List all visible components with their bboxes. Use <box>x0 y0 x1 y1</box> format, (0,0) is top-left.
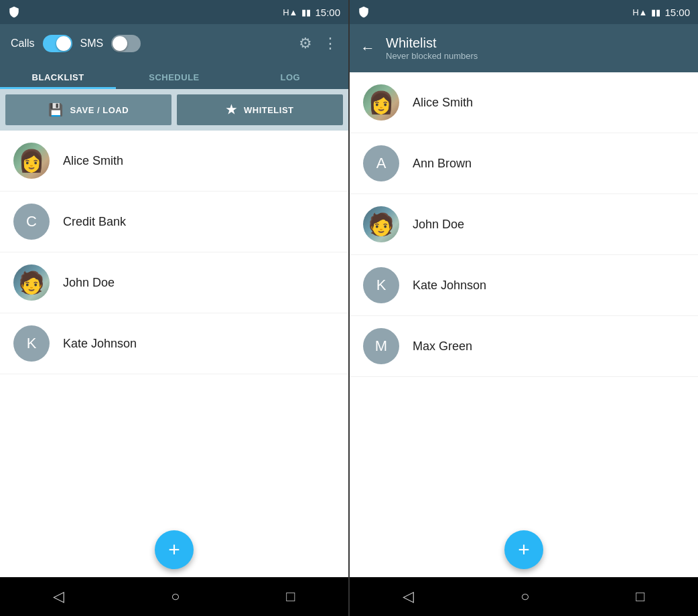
right-phone-panel: H▲ ▮▮ 15:00 ← Whitelist Never blocked nu… <box>350 0 698 616</box>
tab-blacklist-label: BLACKLIST <box>32 72 84 82</box>
avatar: A <box>363 145 399 181</box>
avatar: K <box>13 325 50 362</box>
contact-name: John Doe <box>63 276 115 290</box>
sms-toggle-knob <box>113 36 127 51</box>
add-whitelist-fab-button[interactable]: + <box>504 530 543 569</box>
whitelist-title: Whitelist <box>386 35 478 51</box>
contact-name: Kate Johnson <box>63 337 137 351</box>
signal-icon: H▲ <box>283 7 297 17</box>
add-fab-button[interactable]: + <box>155 530 194 569</box>
contact-name: Ann Brown <box>413 157 472 171</box>
star-icon: ★ <box>226 102 237 117</box>
left-status-right: H▲ ▮▮ 15:00 <box>283 7 340 18</box>
avatar: K <box>363 267 399 303</box>
list-item[interactable]: C Credit Bank <box>0 191 348 252</box>
back-nav-icon[interactable]: ◁ <box>53 588 64 605</box>
avatar: M <box>363 328 399 364</box>
list-item[interactable]: K Kate Johnson <box>0 313 348 374</box>
list-item[interactable]: John Doe <box>350 194 698 255</box>
whitelist-header: ← Whitelist Never blocked numbers <box>350 24 698 72</box>
recent-nav-icon[interactable]: □ <box>286 588 295 605</box>
header-left: Calls SMS <box>11 35 141 52</box>
whitelist-title-block: Whitelist Never blocked numbers <box>386 35 478 61</box>
list-item[interactable]: K Kate Johnson <box>350 255 698 316</box>
home-nav-icon-right[interactable]: ○ <box>520 588 529 605</box>
back-button[interactable]: ← <box>360 40 375 57</box>
more-options-icon[interactable]: ⋮ <box>323 35 338 52</box>
left-phone-panel: H▲ ▮▮ 15:00 Calls SMS ⚙ ⋮ BLACKLIST SCHE… <box>0 0 348 616</box>
right-status-right: H▲ ▮▮ 15:00 <box>632 7 690 18</box>
back-nav-icon-right[interactable]: ◁ <box>403 588 414 605</box>
status-time-right: 15:00 <box>665 7 690 18</box>
whitelist-label: WHITELIST <box>244 105 294 115</box>
app-header: Calls SMS ⚙ ⋮ <box>0 24 348 63</box>
right-nav-bar: ◁ ○ □ <box>350 577 698 616</box>
contact-name: Alice Smith <box>413 96 473 110</box>
whitelist-contact-list: Alice Smith A Ann Brown John Doe K Kate … <box>350 72 698 577</box>
avatar <box>363 84 399 121</box>
save-load-label: SAVE / LOAD <box>70 105 129 115</box>
sms-label: SMS <box>80 37 104 50</box>
recent-nav-icon-right[interactable]: □ <box>636 588 644 605</box>
tabs-bar: BLACKLIST SCHEDULE LOG <box>0 63 348 89</box>
whitelist-button[interactable]: ★ WHITELIST <box>177 94 343 125</box>
left-status-left <box>8 6 20 18</box>
contact-name: Alice Smith <box>63 154 123 168</box>
list-item[interactable]: A Ann Brown <box>350 133 698 194</box>
contact-name: Max Green <box>413 339 472 354</box>
add-icon-right: + <box>518 538 530 561</box>
left-status-bar: H▲ ▮▮ 15:00 <box>0 0 348 24</box>
shield-icon <box>8 6 20 18</box>
avatar <box>13 143 50 179</box>
list-item[interactable]: Alice Smith <box>350 72 698 133</box>
signal-icon-right: H▲ <box>632 7 647 17</box>
contact-name: John Doe <box>413 218 464 232</box>
add-icon: + <box>168 538 180 561</box>
status-time: 15:00 <box>315 7 340 18</box>
calls-label: Calls <box>11 37 35 50</box>
settings-icon[interactable]: ⚙ <box>299 35 312 52</box>
tab-schedule[interactable]: SCHEDULE <box>116 63 232 89</box>
contact-name: Kate Johnson <box>413 279 486 293</box>
left-nav-bar: ◁ ○ □ <box>0 577 348 616</box>
avatar <box>13 264 50 301</box>
save-load-button[interactable]: 💾 SAVE / LOAD <box>5 94 171 125</box>
whitelist-subtitle: Never blocked numbers <box>386 51 478 61</box>
battery-icon-right: ▮▮ <box>651 7 660 17</box>
list-item[interactable]: Alice Smith <box>0 131 348 191</box>
list-item[interactable]: John Doe <box>0 252 348 313</box>
header-icons: ⚙ ⋮ <box>299 35 338 52</box>
shield-icon-right <box>358 6 370 18</box>
right-status-left <box>358 6 370 18</box>
tab-blacklist[interactable]: BLACKLIST <box>0 63 116 89</box>
action-buttons: 💾 SAVE / LOAD ★ WHITELIST <box>0 89 348 131</box>
calls-toggle-knob <box>56 36 71 51</box>
avatar: C <box>13 204 50 240</box>
save-icon: 💾 <box>48 102 64 117</box>
tab-schedule-label: SCHEDULE <box>149 72 200 82</box>
tab-log-label: LOG <box>280 72 300 82</box>
list-item[interactable]: M Max Green <box>350 316 698 377</box>
sms-toggle[interactable] <box>111 35 141 52</box>
blacklist-contact-list: Alice Smith C Credit Bank John Doe K Kat… <box>0 131 348 577</box>
home-nav-icon[interactable]: ○ <box>171 588 180 605</box>
avatar <box>363 206 399 242</box>
battery-icon: ▮▮ <box>301 7 311 17</box>
tab-log[interactable]: LOG <box>232 63 348 89</box>
right-status-bar: H▲ ▮▮ 15:00 <box>350 0 698 24</box>
calls-toggle[interactable] <box>43 35 72 52</box>
contact-name: Credit Bank <box>63 215 126 229</box>
